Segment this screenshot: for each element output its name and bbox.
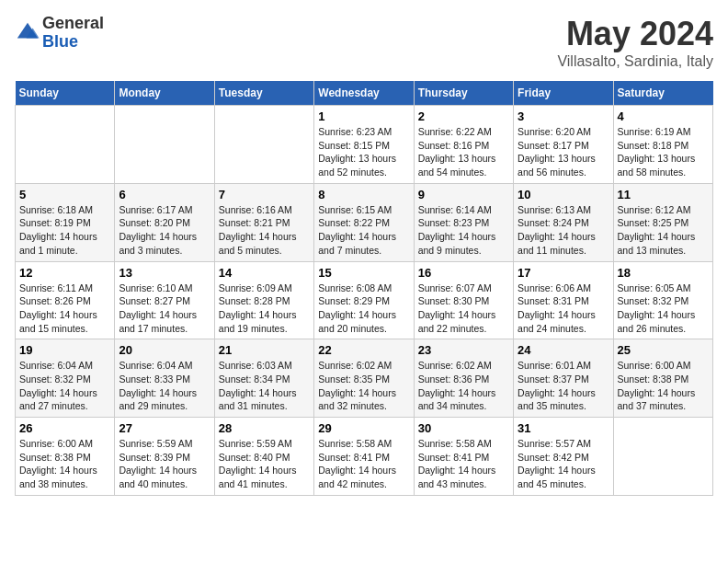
calendar-cell [16,106,115,184]
day-number: 28 [219,421,310,435]
calendar-cell: 8Sunrise: 6:15 AMSunset: 8:22 PMDaylight… [314,183,414,261]
day-info: Sunrise: 6:23 AMSunset: 8:15 PMDaylight:… [318,125,409,179]
calendar-cell: 10Sunrise: 6:13 AMSunset: 8:24 PMDayligh… [514,183,613,261]
calendar-cell: 30Sunrise: 5:58 AMSunset: 8:41 PMDayligh… [414,418,513,496]
day-info: Sunrise: 6:13 AMSunset: 8:24 PMDaylight:… [518,203,609,258]
day-number: 25 [618,343,709,357]
day-info: Sunrise: 6:05 AMSunset: 8:32 PMDaylight:… [618,282,709,336]
day-info: Sunrise: 6:09 AMSunset: 8:28 PMDaylight:… [219,282,310,336]
day-info: Sunrise: 5:58 AMSunset: 8:41 PMDaylight:… [318,437,409,491]
header-thursday: Thursday [414,81,513,106]
calendar-cell: 17Sunrise: 6:06 AMSunset: 8:31 PMDayligh… [514,261,613,339]
calendar-cell: 12Sunrise: 6:11 AMSunset: 8:26 PMDayligh… [16,261,115,339]
day-number: 27 [119,421,210,435]
day-number: 6 [119,188,210,201]
day-info: Sunrise: 6:03 AMSunset: 8:34 PMDaylight:… [219,359,310,413]
day-number: 7 [219,188,310,201]
header-saturday: Saturday [613,81,712,106]
header-monday: Monday [115,81,214,106]
calendar-cell: 2Sunrise: 6:22 AMSunset: 8:16 PMDaylight… [414,106,513,184]
day-number: 18 [618,266,709,280]
day-number: 11 [618,188,709,201]
day-number: 29 [318,421,409,435]
calendar-week-1: 1Sunrise: 6:23 AMSunset: 8:15 PMDaylight… [16,106,713,184]
day-info: Sunrise: 6:14 AMSunset: 8:23 PMDaylight:… [418,203,509,258]
header-sunday: Sunday [16,81,115,106]
calendar-title: May 2024 [557,15,713,53]
calendar-cell: 29Sunrise: 5:58 AMSunset: 8:41 PMDayligh… [314,418,414,496]
day-number: 12 [19,266,110,280]
day-number: 3 [518,109,609,123]
calendar-cell: 27Sunrise: 5:59 AMSunset: 8:39 PMDayligh… [115,418,214,496]
calendar-cell: 4Sunrise: 6:19 AMSunset: 8:18 PMDaylight… [613,106,712,184]
day-info: Sunrise: 5:59 AMSunset: 8:39 PMDaylight:… [119,437,210,491]
calendar-week-3: 12Sunrise: 6:11 AMSunset: 8:26 PMDayligh… [16,261,713,339]
title-block: May 2024 Villasalto, Sardinia, Italy [557,15,713,70]
day-number: 4 [618,109,709,123]
calendar-cell: 7Sunrise: 6:16 AMSunset: 8:21 PMDaylight… [214,183,313,261]
day-number: 17 [518,266,609,280]
calendar-header-row: SundayMondayTuesdayWednesdayThursdayFrid… [16,81,713,106]
day-number: 19 [19,343,110,357]
calendar-cell: 19Sunrise: 6:04 AMSunset: 8:32 PMDayligh… [16,339,115,418]
day-number: 15 [318,266,409,280]
day-number: 1 [318,109,409,123]
calendar-cell: 25Sunrise: 6:00 AMSunset: 8:38 PMDayligh… [613,339,712,418]
day-info: Sunrise: 5:58 AMSunset: 8:41 PMDaylight:… [418,437,509,491]
day-info: Sunrise: 6:07 AMSunset: 8:30 PMDaylight:… [418,282,509,336]
calendar-cell: 28Sunrise: 5:59 AMSunset: 8:40 PMDayligh… [214,418,313,496]
day-info: Sunrise: 6:20 AMSunset: 8:17 PMDaylight:… [518,125,609,179]
day-info: Sunrise: 6:12 AMSunset: 8:25 PMDaylight:… [618,203,709,258]
day-number: 2 [418,109,509,123]
day-info: Sunrise: 6:16 AMSunset: 8:21 PMDaylight:… [219,203,310,258]
calendar-cell: 14Sunrise: 6:09 AMSunset: 8:28 PMDayligh… [214,261,313,339]
day-number: 24 [518,343,609,357]
day-number: 5 [19,188,110,201]
logo: General Blue [15,15,104,52]
day-number: 22 [318,343,409,357]
header-friday: Friday [514,81,613,106]
day-info: Sunrise: 6:04 AMSunset: 8:33 PMDaylight:… [119,359,210,413]
day-info: Sunrise: 6:08 AMSunset: 8:29 PMDaylight:… [318,282,409,336]
calendar-cell: 1Sunrise: 6:23 AMSunset: 8:15 PMDaylight… [314,106,414,184]
day-number: 14 [219,266,310,280]
day-info: Sunrise: 6:02 AMSunset: 8:35 PMDaylight:… [318,359,409,413]
day-number: 20 [119,343,210,357]
calendar-cell: 18Sunrise: 6:05 AMSunset: 8:32 PMDayligh… [613,261,712,339]
day-number: 8 [318,188,409,201]
calendar-cell: 24Sunrise: 6:01 AMSunset: 8:37 PMDayligh… [514,339,613,418]
calendar-week-4: 19Sunrise: 6:04 AMSunset: 8:32 PMDayligh… [16,339,713,418]
day-info: Sunrise: 6:01 AMSunset: 8:37 PMDaylight:… [518,359,609,413]
day-number: 16 [418,266,509,280]
calendar-cell: 23Sunrise: 6:02 AMSunset: 8:36 PMDayligh… [414,339,513,418]
calendar-cell: 13Sunrise: 6:10 AMSunset: 8:27 PMDayligh… [115,261,214,339]
logo-icon [15,20,40,46]
day-info: Sunrise: 6:10 AMSunset: 8:27 PMDaylight:… [119,282,210,336]
calendar-cell: 5Sunrise: 6:18 AMSunset: 8:19 PMDaylight… [16,183,115,261]
calendar-cell: 11Sunrise: 6:12 AMSunset: 8:25 PMDayligh… [613,183,712,261]
calendar-cell: 6Sunrise: 6:17 AMSunset: 8:20 PMDaylight… [115,183,214,261]
day-info: Sunrise: 6:06 AMSunset: 8:31 PMDaylight:… [518,282,609,336]
day-info: Sunrise: 6:00 AMSunset: 8:38 PMDaylight:… [618,359,709,413]
day-number: 21 [219,343,310,357]
header-wednesday: Wednesday [314,81,414,106]
calendar-cell: 16Sunrise: 6:07 AMSunset: 8:30 PMDayligh… [414,261,513,339]
day-info: Sunrise: 6:18 AMSunset: 8:19 PMDaylight:… [19,203,110,258]
calendar-cell: 3Sunrise: 6:20 AMSunset: 8:17 PMDaylight… [514,106,613,184]
calendar-cell: 22Sunrise: 6:02 AMSunset: 8:35 PMDayligh… [314,339,414,418]
calendar-cell: 15Sunrise: 6:08 AMSunset: 8:29 PMDayligh… [314,261,414,339]
calendar-location: Villasalto, Sardinia, Italy [557,53,713,70]
calendar-cell [115,106,214,184]
logo-general: General [42,14,104,32]
day-number: 10 [518,188,609,201]
calendar-cell: 31Sunrise: 5:57 AMSunset: 8:42 PMDayligh… [514,418,613,496]
day-number: 26 [19,421,110,435]
day-info: Sunrise: 5:57 AMSunset: 8:42 PMDaylight:… [518,437,609,491]
day-info: Sunrise: 6:15 AMSunset: 8:22 PMDaylight:… [318,203,409,258]
calendar-week-2: 5Sunrise: 6:18 AMSunset: 8:19 PMDaylight… [16,183,713,261]
header-tuesday: Tuesday [214,81,313,106]
calendar-cell [613,418,712,496]
day-info: Sunrise: 5:59 AMSunset: 8:40 PMDaylight:… [219,437,310,491]
calendar-cell [214,106,313,184]
day-number: 9 [418,188,509,201]
